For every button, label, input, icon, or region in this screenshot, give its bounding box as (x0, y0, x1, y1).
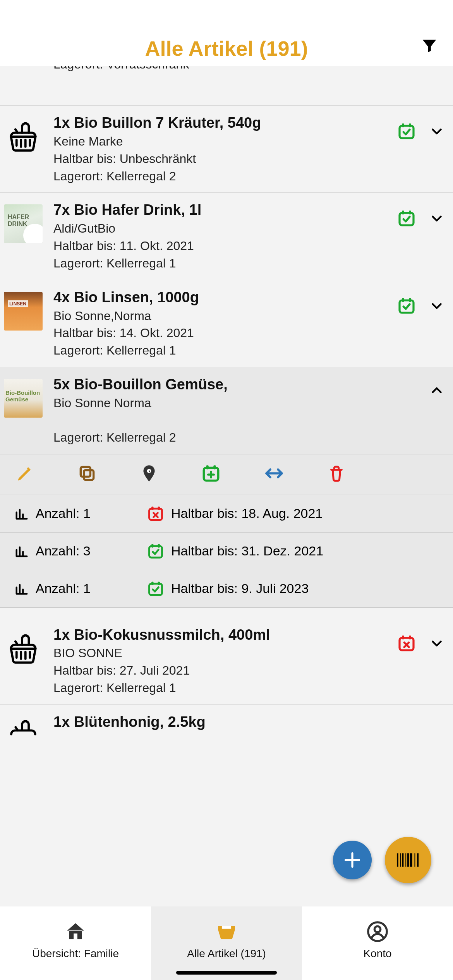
item-location: Lagerort: Kellerregal 1 (53, 343, 386, 358)
item-right (397, 114, 445, 140)
item-brand: Bio Sonne,Norma (53, 308, 386, 324)
status-ok-icon (397, 209, 416, 228)
stock-count: Anzahl: 1 (14, 581, 138, 596)
stock-list: Anzahl: 1 Haltbar bis: 18. Aug. 2021 Anz… (0, 495, 453, 608)
item-info: 1x Bio Buillon 7 Kräuter, 540g Keine Mar… (53, 114, 386, 184)
item-name: 1x Bio-Kokusnussmilch, 400ml (53, 626, 386, 644)
chevron-down-icon[interactable] (430, 211, 444, 225)
item-info: 1x Blütenhonig, 2.5kg (53, 713, 445, 731)
nav-overview[interactable]: Übersicht: Familie (0, 906, 151, 980)
svg-rect-1 (402, 123, 404, 127)
item-info: 5x Bio-Bouillon Gemüse, Bio Sonne Norma … (53, 376, 419, 445)
status-ok-icon (397, 122, 416, 140)
item-info: Lagerort: Vorratsschrank (53, 66, 445, 72)
svg-rect-9 (81, 467, 90, 476)
item-location: Lagerort: Kellerregal 2 (53, 430, 419, 445)
stock-expiry-label: Haltbar bis: 9. Juli 2023 (171, 581, 309, 596)
nav-all-items[interactable]: Alle Artikel (191) (151, 906, 302, 980)
list-item-expanded[interactable]: 5x Bio-Bouillon Gemüse, Bio Sonne Norma … (0, 367, 453, 454)
item-thumbnail (4, 66, 43, 97)
svg-rect-5 (409, 211, 411, 214)
chevron-down-icon[interactable] (430, 299, 444, 313)
svg-rect-26 (409, 636, 411, 639)
item-info: 7x Bio Hafer Drink, 1l Aldi/GutBio Haltb… (53, 201, 386, 271)
item-photo (4, 379, 43, 418)
stock-count-label: Anzahl: 1 (36, 581, 91, 596)
item-info: 1x Bio-Kokusnussmilch, 400ml BIO SONNE H… (53, 626, 386, 696)
item-photo (4, 204, 43, 243)
item-expiry (53, 413, 419, 428)
item-brand: Keine Marke (53, 134, 386, 149)
location-button[interactable] (139, 464, 159, 483)
edit-button[interactable] (15, 464, 35, 483)
svg-rect-7 (402, 298, 404, 302)
nav-all-items-label: Alle Artikel (191) (187, 947, 266, 960)
item-location: Lagerort: Kellerregal 1 (53, 680, 386, 696)
item-name: 1x Blütenhonig, 2.5kg (53, 713, 445, 731)
svg-rect-8 (409, 298, 411, 302)
move-button[interactable] (263, 464, 285, 483)
basket-icon (4, 716, 43, 736)
page-title: Alle Artikel (191) (145, 36, 308, 60)
chevron-down-icon[interactable] (430, 636, 444, 650)
item-location: Lagerort: Kellerregal 1 (53, 255, 386, 271)
item-expiry: Haltbar bis: Unbeschränkt (53, 151, 386, 167)
stock-count-label: Anzahl: 3 (36, 543, 91, 559)
stock-row[interactable]: Anzahl: 3 Haltbar bis: 31. Dez. 2021 (0, 533, 453, 570)
item-right (397, 201, 445, 228)
item-expiry: Haltbar bis: 27. Juli 2021 (53, 663, 386, 678)
stock-row[interactable]: Anzahl: 1 Haltbar bis: 18. Aug. 2021 (0, 495, 453, 533)
svg-rect-13 (206, 465, 209, 469)
item-right (397, 289, 445, 315)
item-right (397, 626, 445, 653)
svg-rect-10 (84, 470, 94, 480)
list-item[interactable]: 7x Bio Hafer Drink, 1l Aldi/GutBio Haltb… (0, 192, 453, 279)
scan-barcode-fab[interactable] (385, 837, 431, 883)
item-action-row (0, 454, 453, 495)
filter-button[interactable] (420, 37, 438, 55)
bottom-nav: Übersicht: Familie Alle Artikel (191) Ko… (0, 906, 453, 980)
stock-row[interactable]: Anzahl: 1 Haltbar bis: 9. Juli 2023 (0, 570, 453, 608)
list-item[interactable]: 1x Bio-Kokusnussmilch, 400ml BIO SONNE H… (0, 618, 453, 704)
duplicate-button[interactable] (77, 464, 97, 483)
nav-overview-label: Übersicht: Familie (32, 947, 119, 960)
list-item[interactable]: 4x Bio Linsen, 1000g Bio Sonne,Norma Hal… (0, 280, 453, 367)
list-item[interactable]: 1x Blütenhonig, 2.5kg (0, 704, 453, 744)
item-expiry: Haltbar bis: 14. Okt. 2021 (53, 325, 386, 341)
nav-account-label: Konto (363, 947, 391, 960)
item-brand: Bio Sonne Norma (53, 395, 419, 411)
svg-rect-20 (158, 544, 160, 548)
svg-rect-16 (151, 507, 154, 510)
svg-rect-19 (151, 544, 154, 548)
item-name: 1x Bio Buillon 7 Kräuter, 540g (53, 114, 386, 132)
svg-rect-4 (402, 211, 404, 214)
svg-point-38 (374, 926, 380, 932)
add-date-button[interactable] (201, 464, 221, 483)
item-photo (4, 292, 43, 331)
item-name: 7x Bio Hafer Drink, 1l (53, 201, 386, 219)
svg-rect-25 (402, 636, 404, 639)
item-name: 4x Bio Linsen, 1000g (53, 289, 386, 307)
item-location: Lagerort: Vorratsschrank (53, 66, 445, 72)
item-list[interactable]: Lagerort: Vorratsschrank 1x Bio Buillon … (0, 66, 453, 906)
home-indicator (176, 971, 277, 975)
chevron-up-icon[interactable] (430, 384, 444, 397)
chevron-down-icon[interactable] (430, 124, 444, 138)
basket-icon (4, 117, 43, 156)
svg-rect-17 (158, 507, 160, 510)
list-item[interactable]: Lagerort: Vorratsschrank (0, 66, 453, 105)
add-item-fab[interactable] (333, 841, 372, 879)
svg-rect-23 (158, 582, 160, 585)
list-item[interactable]: 1x Bio Buillon 7 Kräuter, 540g Keine Mar… (0, 105, 453, 192)
status-expired-icon (397, 634, 416, 653)
stock-count: Anzahl: 1 (14, 506, 138, 521)
stock-expiry: Haltbar bis: 18. Aug. 2021 (147, 505, 323, 522)
stock-count-label: Anzahl: 1 (36, 506, 91, 521)
svg-rect-36 (222, 926, 231, 929)
stock-expiry: Haltbar bis: 9. Juli 2023 (147, 580, 309, 597)
stock-expiry-label: Haltbar bis: 18. Aug. 2021 (171, 506, 323, 521)
stock-expiry-label: Haltbar bis: 31. Dez. 2021 (171, 543, 323, 559)
stock-count: Anzahl: 3 (14, 543, 138, 559)
delete-button[interactable] (328, 464, 345, 483)
nav-account[interactable]: Konto (302, 906, 453, 980)
